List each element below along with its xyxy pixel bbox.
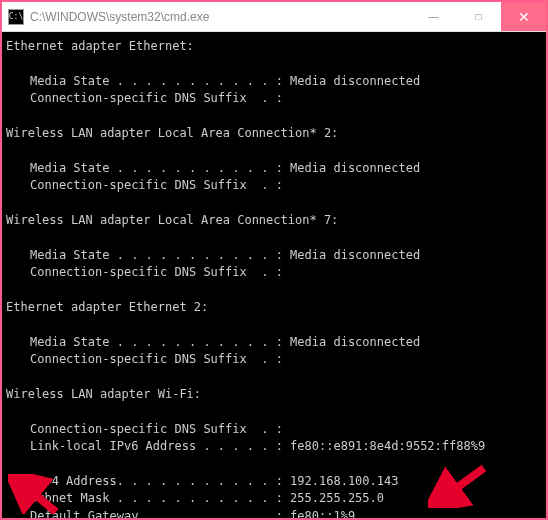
config-line: Media State . . . . . . . . . . . : Medi… bbox=[6, 334, 544, 351]
config-line: Media State . . . . . . . . . . . : Medi… bbox=[6, 160, 544, 177]
config-line: Connection-specific DNS Suffix . : bbox=[6, 351, 544, 368]
cmd-icon: C:\ bbox=[8, 9, 24, 25]
adapter-header: Ethernet adapter Ethernet: bbox=[6, 39, 194, 53]
config-line: IPv4 Address. . . . . . . . . . . : 192.… bbox=[6, 473, 544, 490]
config-line: Connection-specific DNS Suffix . : bbox=[6, 177, 544, 194]
window-titlebar[interactable]: C:\ C:\WINDOWS\system32\cmd.exe — □ ✕ bbox=[2, 2, 546, 32]
config-line: Media State . . . . . . . . . . . : Medi… bbox=[6, 247, 544, 264]
config-line: Connection-specific DNS Suffix . : bbox=[6, 421, 544, 438]
terminal-output: Ethernet adapter Ethernet: Media State .… bbox=[2, 32, 546, 518]
adapter-header: Wireless LAN adapter Local Area Connecti… bbox=[6, 126, 338, 140]
adapter-header: Wireless LAN adapter Local Area Connecti… bbox=[6, 213, 338, 227]
window-controls: — □ ✕ bbox=[411, 2, 546, 31]
maximize-button[interactable]: □ bbox=[456, 2, 501, 31]
config-line: Connection-specific DNS Suffix . : bbox=[6, 264, 544, 281]
window-title: C:\WINDOWS\system32\cmd.exe bbox=[30, 10, 209, 24]
config-line: Connection-specific DNS Suffix . : bbox=[6, 90, 544, 107]
minimize-button[interactable]: — bbox=[411, 2, 456, 31]
close-button[interactable]: ✕ bbox=[501, 2, 546, 31]
config-line: Media State . . . . . . . . . . . : Medi… bbox=[6, 73, 544, 90]
config-line: Subnet Mask . . . . . . . . . . . : 255.… bbox=[6, 490, 544, 507]
adapter-header: Wireless LAN adapter Wi-Fi: bbox=[6, 387, 201, 401]
config-line: Default Gateway . . . . . . . . . : fe80… bbox=[6, 508, 544, 518]
config-line: Link-local IPv6 Address . . . . . : fe80… bbox=[6, 438, 544, 455]
adapter-header: Ethernet adapter Ethernet 2: bbox=[6, 300, 208, 314]
